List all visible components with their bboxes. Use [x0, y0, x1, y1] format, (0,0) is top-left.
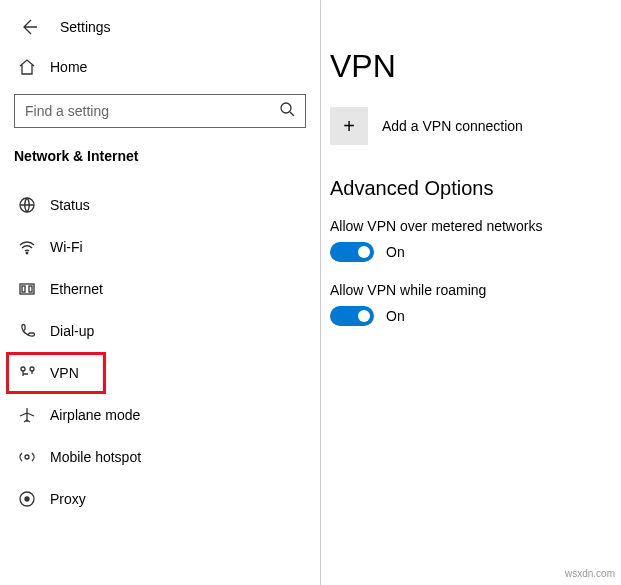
- option-label: Allow VPN while roaming: [330, 282, 621, 298]
- nav-label: Wi-Fi: [50, 239, 83, 255]
- nav-label: Mobile hotspot: [50, 449, 141, 465]
- nav-item-vpn[interactable]: VPN: [6, 352, 106, 394]
- toggle-row: On: [330, 306, 621, 326]
- nav-label: Ethernet: [50, 281, 103, 297]
- svg-point-7: [30, 367, 34, 371]
- svg-rect-4: [22, 286, 25, 292]
- add-label: Add a VPN connection: [382, 118, 523, 134]
- svg-point-2: [26, 252, 28, 254]
- watermark: wsxdn.com: [565, 568, 615, 579]
- nav-item-proxy[interactable]: Proxy: [0, 478, 320, 520]
- wifi-icon: [18, 238, 36, 256]
- hotspot-icon: [18, 448, 36, 466]
- page-title: VPN: [330, 48, 621, 85]
- advanced-header: Advanced Options: [330, 177, 621, 200]
- svg-rect-5: [29, 286, 32, 292]
- section-header: Network & Internet: [0, 142, 320, 184]
- nav-label: Dial-up: [50, 323, 94, 339]
- option-metered: Allow VPN over metered networks On: [330, 218, 621, 262]
- search-input[interactable]: [25, 103, 279, 119]
- home-label: Home: [50, 59, 87, 75]
- toggle-roaming[interactable]: [330, 306, 374, 326]
- ethernet-icon: [18, 280, 36, 298]
- nav-item-status[interactable]: Status: [0, 184, 320, 226]
- home-icon: [18, 58, 36, 76]
- toggle-metered[interactable]: [330, 242, 374, 262]
- svg-point-6: [21, 367, 25, 371]
- main-panel: VPN + Add a VPN connection Advanced Opti…: [320, 0, 621, 585]
- option-label: Allow VPN over metered networks: [330, 218, 621, 234]
- svg-point-0: [281, 103, 291, 113]
- search-box[interactable]: [14, 94, 306, 128]
- toggle-row: On: [330, 242, 621, 262]
- nav-item-ethernet[interactable]: Ethernet: [0, 268, 320, 310]
- sidebar: Settings Home Network & Internet Status …: [0, 0, 320, 585]
- plus-icon: +: [330, 107, 368, 145]
- nav-label: Airplane mode: [50, 407, 140, 423]
- airplane-icon: [18, 406, 36, 424]
- header-title: Settings: [60, 19, 111, 35]
- nav-home[interactable]: Home: [0, 48, 320, 86]
- svg-point-8: [25, 455, 29, 459]
- toggle-state: On: [386, 308, 405, 324]
- nav-label: Proxy: [50, 491, 86, 507]
- nav-item-dialup[interactable]: Dial-up: [0, 310, 320, 352]
- nav-item-hotspot[interactable]: Mobile hotspot: [0, 436, 320, 478]
- vpn-icon: [18, 364, 36, 382]
- header: Settings: [0, 0, 320, 48]
- add-vpn-button[interactable]: + Add a VPN connection: [330, 107, 621, 145]
- search-icon: [279, 101, 295, 121]
- nav-item-airplane[interactable]: Airplane mode: [0, 394, 320, 436]
- globe-icon: [18, 196, 36, 214]
- nav-item-wifi[interactable]: Wi-Fi: [0, 226, 320, 268]
- svg-point-10: [25, 497, 29, 501]
- toggle-state: On: [386, 244, 405, 260]
- back-icon[interactable]: [20, 18, 38, 36]
- nav-label: VPN: [50, 365, 79, 381]
- dialup-icon: [18, 322, 36, 340]
- proxy-icon: [18, 490, 36, 508]
- option-roaming: Allow VPN while roaming On: [330, 282, 621, 326]
- nav-label: Status: [50, 197, 90, 213]
